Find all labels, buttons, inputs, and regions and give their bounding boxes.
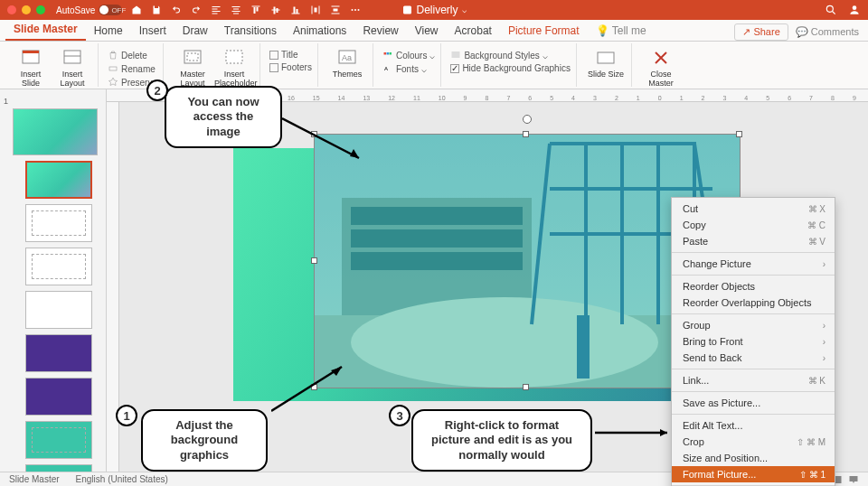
- annotation-arrow-1: [271, 361, 353, 416]
- align-middle-icon[interactable]: [270, 5, 281, 15]
- thumb-layout-7[interactable]: [25, 421, 92, 459]
- save-icon[interactable]: [151, 5, 162, 15]
- thumb-master[interactable]: [13, 108, 98, 155]
- undo-icon[interactable]: [171, 5, 182, 15]
- slideshow-view-icon[interactable]: [848, 474, 859, 485]
- tab-acrobat[interactable]: Acrobat: [447, 21, 500, 41]
- svg-point-4: [826, 5, 833, 12]
- background-styles-dropdown[interactable]: Background Styles ⌵: [450, 49, 571, 61]
- svg-point-2: [358, 9, 360, 11]
- annotation-callout-3: Right-click to format picture and edit i…: [411, 409, 592, 472]
- svg-rect-7: [23, 51, 39, 53]
- minimize-window-icon[interactable]: [22, 5, 31, 14]
- footers-checkbox[interactable]: Footers: [269, 61, 312, 73]
- thumb-layout-4[interactable]: [25, 291, 92, 329]
- menu-reorder-objects[interactable]: Reorder Objects: [672, 278, 835, 294]
- menu-crop[interactable]: Crop⇧ ⌘ M: [672, 434, 835, 450]
- close-master-button[interactable]: Close Master: [641, 47, 681, 89]
- tell-me[interactable]: 💡 Tell me: [588, 21, 655, 41]
- autosave-label: AutoSave: [56, 5, 95, 15]
- tab-draw[interactable]: Draw: [175, 21, 216, 41]
- align-left-icon[interactable]: [211, 5, 222, 15]
- share-button[interactable]: ↗ Share: [734, 23, 788, 41]
- annotation-arrow-2: [282, 113, 373, 167]
- thumb-layout-8[interactable]: [25, 464, 92, 472]
- ribbon-tabs: Slide Master Home Insert Draw Transition…: [0, 20, 868, 42]
- menu-size-position[interactable]: Size and Position...: [672, 450, 835, 466]
- rotation-handle[interactable]: [523, 115, 532, 124]
- align-top-icon[interactable]: [250, 5, 261, 15]
- resize-handle-ml[interactable]: [311, 257, 317, 264]
- tab-picture-format[interactable]: Picture Format: [500, 21, 588, 41]
- tab-review[interactable]: Review: [354, 21, 406, 41]
- menu-reorder-overlapping[interactable]: Reorder Overlapping Objects: [672, 294, 835, 311]
- thumb-layout-6[interactable]: [25, 378, 92, 416]
- menu-bring-to-front[interactable]: Bring to Front›: [672, 333, 835, 350]
- align-bottom-icon[interactable]: [290, 5, 301, 15]
- distribute-v-icon[interactable]: [330, 5, 341, 15]
- thumb-layout-3[interactable]: [25, 248, 92, 285]
- fonts-dropdown[interactable]: AFonts ⌵: [382, 62, 435, 75]
- home-icon[interactable]: [131, 5, 142, 15]
- tab-home[interactable]: Home: [86, 21, 131, 41]
- thumb-layout-2[interactable]: [25, 204, 92, 242]
- align-center-icon[interactable]: [231, 5, 241, 15]
- dropdown-icon[interactable]: ⌵: [462, 5, 467, 14]
- close-window-icon[interactable]: [7, 5, 16, 14]
- tab-view[interactable]: View: [407, 21, 447, 41]
- menu-group[interactable]: Group›: [672, 317, 835, 333]
- svg-rect-16: [383, 52, 386, 55]
- resize-handle-bm[interactable]: [523, 384, 529, 390]
- title-bar: AutoSave OFF Deliverly ⌵: [0, 0, 868, 20]
- annotation-callout-1: Adjust the background graphics: [141, 409, 268, 472]
- search-icon[interactable]: [825, 4, 837, 16]
- menu-paste[interactable]: Paste⌘ V: [672, 233, 835, 249]
- svg-rect-18: [389, 52, 392, 55]
- window-controls[interactable]: [7, 5, 45, 14]
- menu-send-to-back[interactable]: Send to Back›: [672, 350, 835, 366]
- menu-copy[interactable]: Copy⌘ C: [672, 217, 835, 233]
- menu-format-picture[interactable]: Format Picture...⇧ ⌘ 1: [672, 466, 835, 482]
- thumb-layout-1[interactable]: [25, 161, 92, 199]
- redo-icon[interactable]: [191, 5, 202, 15]
- slide-thumbnails-panel[interactable]: 1: [0, 89, 107, 472]
- annotation-badge-1: 1: [116, 405, 137, 426]
- master-layout-button[interactable]: Master Layout: [173, 47, 212, 89]
- more-icon[interactable]: [350, 5, 361, 15]
- menu-edit-alt-text[interactable]: Edit Alt Text...: [672, 417, 835, 434]
- tab-animations[interactable]: Animations: [285, 21, 354, 41]
- menu-save-as-picture[interactable]: Save as Picture...: [672, 395, 835, 411]
- tab-transitions[interactable]: Transitions: [216, 21, 285, 41]
- hide-background-checkbox[interactable]: Hide Background Graphics: [450, 62, 571, 74]
- resize-handle-tm[interactable]: [523, 131, 529, 137]
- resize-handle-tr[interactable]: [736, 131, 742, 137]
- colours-dropdown[interactable]: Colours ⌵: [382, 49, 435, 61]
- slide-size-button[interactable]: Slide Size: [586, 47, 626, 79]
- title-checkbox[interactable]: Title: [269, 49, 312, 61]
- menu-change-picture[interactable]: Change Picture›: [672, 256, 835, 272]
- svg-rect-13: [226, 51, 242, 63]
- status-language[interactable]: English (United States): [76, 474, 168, 484]
- distribute-h-icon[interactable]: [310, 5, 321, 15]
- insert-placeholder-button[interactable]: Insert Placeholder: [214, 47, 254, 89]
- annotation-badge-2: 2: [146, 79, 168, 101]
- annotation-badge-3: 3: [389, 405, 410, 426]
- themes-button[interactable]: AaThemes: [327, 47, 367, 79]
- tab-insert[interactable]: Insert: [131, 21, 175, 41]
- comments-button[interactable]: 💬 Comments: [796, 26, 859, 38]
- svg-rect-40: [850, 476, 858, 481]
- tab-slide-master[interactable]: Slide Master: [5, 19, 86, 41]
- svg-rect-8: [64, 51, 80, 63]
- annotation-callout-2: You can now access the image: [165, 86, 282, 148]
- autosave-switch[interactable]: OFF: [99, 5, 122, 15]
- menu-cut[interactable]: Cut⌘ X: [672, 201, 835, 217]
- menu-link[interactable]: Link...⌘ K: [672, 372, 835, 388]
- svg-point-5: [853, 5, 857, 10]
- delete-button[interactable]: Delete: [108, 49, 157, 61]
- thumb-layout-5[interactable]: [25, 334, 92, 372]
- autosave-toggle[interactable]: AutoSave OFF: [56, 5, 122, 15]
- maximize-window-icon[interactable]: [36, 5, 45, 14]
- powerpoint-icon: [401, 5, 412, 15]
- rename-button[interactable]: Rename: [108, 62, 157, 75]
- account-icon[interactable]: [848, 4, 861, 16]
